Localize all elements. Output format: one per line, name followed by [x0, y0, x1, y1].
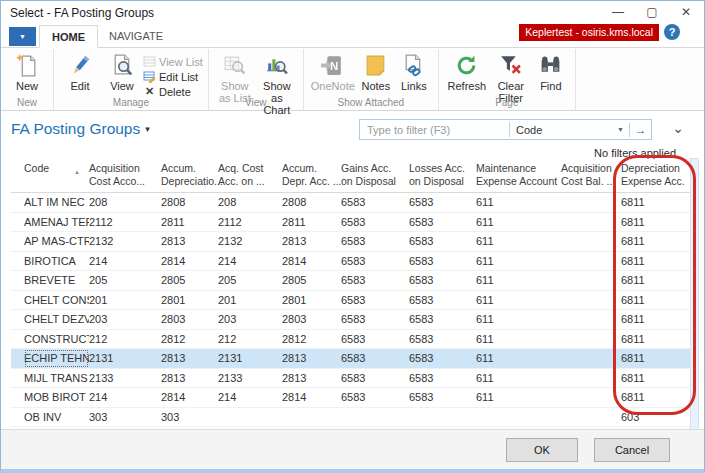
- table-cell[interactable]: 2801: [282, 291, 341, 310]
- view-list-button[interactable]: View List: [143, 54, 203, 69]
- table-cell[interactable]: 6583: [341, 369, 409, 388]
- table-cell[interactable]: 6811: [621, 213, 693, 232]
- table-cell[interactable]: 611: [476, 271, 561, 290]
- table-cell[interactable]: 2131: [89, 349, 161, 368]
- table-cell[interactable]: 6583: [341, 349, 409, 368]
- table-cell[interactable]: 6583: [341, 232, 409, 251]
- column-header[interactable]: Acq. CostAcc. on ...: [218, 158, 282, 192]
- column-header[interactable]: AcquisitionCost Acco...: [89, 158, 161, 192]
- column-header[interactable]: Losses Acc.on Disposal: [409, 158, 476, 192]
- view-button[interactable]: View: [101, 51, 143, 92]
- ok-button[interactable]: OK: [506, 438, 578, 462]
- maximize-icon[interactable]: ▢: [635, 1, 669, 23]
- table-cell[interactable]: 201: [218, 291, 282, 310]
- table-cell[interactable]: [561, 330, 621, 349]
- table-cell[interactable]: 611: [476, 291, 561, 310]
- table-cell[interactable]: 205: [89, 271, 161, 290]
- tab-home[interactable]: HOME: [39, 25, 98, 48]
- column-header[interactable]: Accum.Depreciatio...: [161, 158, 218, 192]
- table-cell[interactable]: 6583: [409, 271, 476, 290]
- table-cell[interactable]: 2805: [161, 271, 218, 290]
- table-cell[interactable]: 6583: [409, 310, 476, 329]
- table-cell[interactable]: BIROTICA: [24, 252, 89, 271]
- table-cell[interactable]: 2813: [282, 369, 341, 388]
- table-cell[interactable]: 6583: [341, 291, 409, 310]
- table-row[interactable]: AP MAS-CTR213228132132281365836583611681…: [11, 232, 693, 252]
- table-cell[interactable]: 6811: [621, 369, 693, 388]
- table-cell[interactable]: 6583: [409, 193, 476, 212]
- table-cell[interactable]: 6811: [621, 330, 693, 349]
- column-header[interactable]: MaintenanceExpense Account: [476, 158, 561, 192]
- table-cell[interactable]: 2112: [89, 213, 161, 232]
- table-cell[interactable]: 212: [218, 330, 282, 349]
- table-cell[interactable]: 208: [89, 193, 161, 212]
- table-cell[interactable]: 2813: [161, 232, 218, 251]
- collapse-chevron-icon[interactable]: ⌄: [665, 120, 691, 139]
- table-cell[interactable]: 2814: [282, 388, 341, 407]
- table-cell[interactable]: 6583: [341, 213, 409, 232]
- table-cell[interactable]: 6811: [621, 349, 693, 368]
- filter-column-select[interactable]: Code: [510, 124, 617, 136]
- table-cell[interactable]: 6811: [621, 232, 693, 251]
- close-icon[interactable]: ✕: [669, 1, 703, 23]
- table-row[interactable]: BIROTICA21428142142814658365836116811: [11, 252, 693, 272]
- table-cell[interactable]: [561, 408, 621, 427]
- vertical-scrollbar[interactable]: [690, 158, 699, 434]
- table-cell[interactable]: 6811: [621, 310, 693, 329]
- table-row[interactable]: BREVETE20528052052805658365836116811: [11, 271, 693, 291]
- table-cell[interactable]: 6583: [341, 252, 409, 271]
- new-button[interactable]: New: [6, 51, 48, 92]
- table-cell[interactable]: [341, 408, 409, 427]
- table-cell[interactable]: 2132: [89, 232, 161, 251]
- table-cell[interactable]: 611: [476, 213, 561, 232]
- table-cell[interactable]: CHELT DEZV: [24, 310, 89, 329]
- table-cell[interactable]: AP MAS-CTR: [24, 232, 89, 251]
- table-cell[interactable]: 212: [89, 330, 161, 349]
- table-cell[interactable]: 611: [476, 232, 561, 251]
- notes-button[interactable]: Notes: [357, 51, 395, 92]
- table-cell[interactable]: BREVETE: [24, 271, 89, 290]
- table-cell[interactable]: OB INV: [24, 408, 89, 427]
- table-cell[interactable]: 611: [476, 310, 561, 329]
- table-cell[interactable]: 2808: [161, 193, 218, 212]
- table-cell[interactable]: ECHIP TEHN: [24, 349, 89, 368]
- table-cell[interactable]: 611: [476, 193, 561, 212]
- tab-navigate[interactable]: NAVIGATE: [97, 25, 175, 48]
- table-cell[interactable]: 6811: [621, 388, 693, 407]
- table-cell[interactable]: 2813: [282, 232, 341, 251]
- table-row[interactable]: MIJL TRANS213328132133281365836583611681…: [11, 369, 693, 389]
- table-cell[interactable]: [561, 193, 621, 212]
- table-cell[interactable]: 2808: [282, 193, 341, 212]
- table-cell[interactable]: 303: [89, 408, 161, 427]
- filter-caret-icon[interactable]: ▼: [617, 126, 629, 133]
- table-row[interactable]: ALT IM NEC20828082082808658365836116811: [11, 193, 693, 213]
- table-cell[interactable]: 2812: [161, 330, 218, 349]
- table-cell[interactable]: 2801: [161, 291, 218, 310]
- table-cell[interactable]: [282, 408, 341, 427]
- table-cell[interactable]: CONSTRUCT: [24, 330, 89, 349]
- table-row[interactable]: AMENAJ TER211228112112281165836583611681…: [11, 213, 693, 233]
- column-header[interactable]: DepreciationExpense Acc.: [621, 158, 693, 192]
- table-cell[interactable]: 2813: [161, 369, 218, 388]
- table-cell[interactable]: 2811: [161, 213, 218, 232]
- table-cell[interactable]: 6811: [621, 291, 693, 310]
- table-cell[interactable]: [561, 310, 621, 329]
- table-cell[interactable]: 214: [89, 388, 161, 407]
- table-cell[interactable]: 611: [476, 252, 561, 271]
- table-cell[interactable]: 214: [89, 252, 161, 271]
- table-cell[interactable]: [561, 232, 621, 251]
- table-cell[interactable]: 2133: [89, 369, 161, 388]
- table-cell[interactable]: 611: [476, 388, 561, 407]
- table-cell[interactable]: 2814: [161, 388, 218, 407]
- table-cell[interactable]: [561, 369, 621, 388]
- table-cell[interactable]: 6811: [621, 193, 693, 212]
- table-cell[interactable]: [218, 408, 282, 427]
- table-cell[interactable]: 2132: [218, 232, 282, 251]
- table-cell[interactable]: 2803: [161, 310, 218, 329]
- table-cell[interactable]: MIJL TRANS: [24, 369, 89, 388]
- table-cell[interactable]: 6583: [341, 388, 409, 407]
- table-cell[interactable]: 214: [218, 388, 282, 407]
- table-cell[interactable]: 2813: [161, 349, 218, 368]
- page-title-caret-icon[interactable]: ▾: [145, 124, 150, 134]
- apply-filter-arrow-icon[interactable]: →: [629, 123, 651, 137]
